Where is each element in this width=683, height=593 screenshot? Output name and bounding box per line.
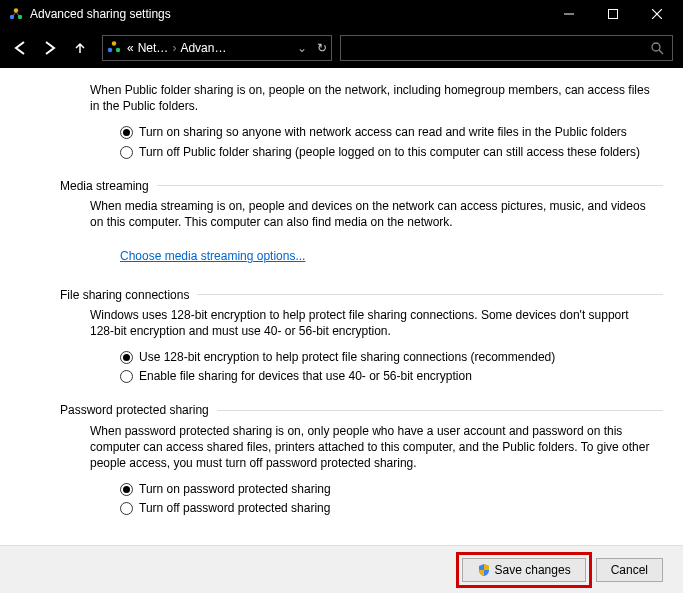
window-controls (547, 0, 679, 28)
section-title: Password protected sharing (60, 402, 209, 418)
titlebar: Advanced sharing settings (0, 0, 683, 28)
password-off-radio[interactable]: Turn off password protected sharing (120, 500, 660, 516)
svg-point-11 (112, 41, 116, 45)
svg-line-3 (13, 12, 16, 16)
navbar: « Net… › Advan… ⌄ ↻ (0, 28, 683, 68)
breadcrumb-prefix: « (127, 41, 134, 55)
address-bar[interactable]: « Net… › Advan… ⌄ ↻ (102, 35, 332, 61)
chevron-down-icon[interactable]: ⌄ (297, 41, 307, 55)
radio-label: Turn off password protected sharing (139, 500, 330, 516)
radio-label: Turn on password protected sharing (139, 481, 331, 497)
up-button[interactable] (66, 34, 94, 62)
file-sharing-description: Windows uses 128-bit encryption to help … (90, 307, 650, 339)
radio-label: Turn on sharing so anyone with network a… (139, 124, 627, 140)
divider (197, 294, 663, 295)
file-sharing-header: File sharing connections (60, 287, 663, 303)
svg-line-4 (16, 12, 19, 16)
radio-icon (120, 146, 133, 159)
network-icon (107, 40, 123, 56)
divider (217, 410, 663, 411)
breadcrumb-item[interactable]: Advan… (180, 41, 226, 55)
footer: Save changes Cancel (0, 545, 683, 593)
forward-button[interactable] (36, 34, 64, 62)
radio-icon (120, 370, 133, 383)
button-label: Save changes (495, 563, 571, 577)
refresh-icon[interactable]: ↻ (317, 41, 327, 55)
section-title: Media streaming (60, 178, 149, 194)
radio-icon (120, 502, 133, 515)
window-title: Advanced sharing settings (30, 7, 547, 21)
close-button[interactable] (635, 0, 679, 28)
radio-icon (120, 483, 133, 496)
svg-point-12 (652, 43, 660, 51)
svg-point-10 (116, 48, 120, 52)
password-on-radio[interactable]: Turn on password protected sharing (120, 481, 660, 497)
chevron-right-icon: › (172, 41, 176, 55)
public-sharing-on-radio[interactable]: Turn on sharing so anyone with network a… (120, 124, 660, 140)
media-streaming-options-link[interactable]: Choose media streaming options... (120, 248, 305, 264)
radio-label: Enable file sharing for devices that use… (139, 368, 472, 384)
breadcrumb-item[interactable]: Net… (138, 41, 169, 55)
radio-icon (120, 126, 133, 139)
minimize-button[interactable] (547, 0, 591, 28)
media-streaming-description: When media streaming is on, people and d… (90, 198, 650, 230)
section-title: File sharing connections (60, 287, 189, 303)
content-area: When Public folder sharing is on, people… (0, 68, 683, 538)
save-changes-button[interactable]: Save changes (462, 558, 586, 582)
svg-point-9 (108, 48, 112, 52)
radio-label: Turn off Public folder sharing (people l… (139, 144, 640, 160)
shield-icon (477, 563, 491, 577)
password-sharing-header: Password protected sharing (60, 402, 663, 418)
svg-rect-6 (609, 10, 618, 19)
radio-label: Use 128-bit encryption to help protect f… (139, 349, 555, 365)
button-label: Cancel (611, 563, 648, 577)
search-icon (650, 41, 664, 58)
svg-line-13 (659, 50, 663, 54)
search-input[interactable] (340, 35, 673, 61)
public-folder-description: When Public folder sharing is on, people… (90, 82, 650, 114)
media-streaming-header: Media streaming (60, 178, 663, 194)
cancel-button[interactable]: Cancel (596, 558, 663, 582)
encryption-128-radio[interactable]: Use 128-bit encryption to help protect f… (120, 349, 660, 365)
radio-icon (120, 351, 133, 364)
divider (157, 185, 663, 186)
password-sharing-description: When password protected sharing is on, o… (90, 423, 650, 472)
network-icon (8, 6, 24, 22)
maximize-button[interactable] (591, 0, 635, 28)
back-button[interactable] (6, 34, 34, 62)
encryption-40-radio[interactable]: Enable file sharing for devices that use… (120, 368, 660, 384)
public-sharing-off-radio[interactable]: Turn off Public folder sharing (people l… (120, 144, 660, 160)
